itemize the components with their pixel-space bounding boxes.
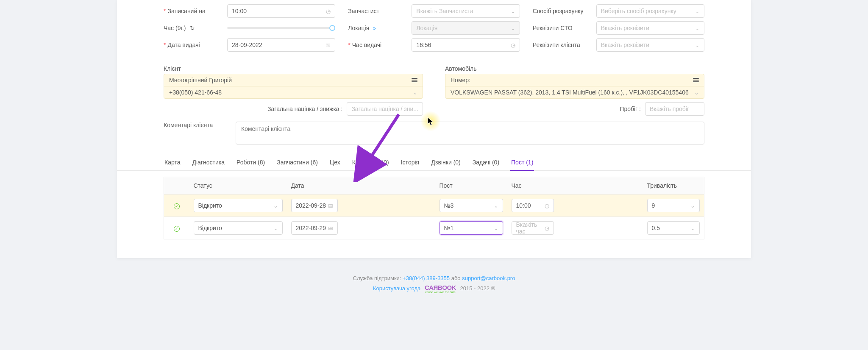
time-slider[interactable] [227, 27, 335, 29]
sto-req-label: Реквізити СТО [533, 25, 596, 31]
parts-label: Запчастист [348, 8, 412, 14]
chevron-down-icon: ⌄ [690, 203, 695, 209]
duration-select[interactable]: 9 ⌄ [647, 199, 700, 212]
tab-calls[interactable]: Дзвінки (0) [430, 155, 462, 170]
chevron-down-icon: ⌄ [511, 25, 515, 31]
time-input[interactable]: 10:00 ◷ [512, 199, 554, 212]
menu-icon[interactable] [412, 78, 417, 82]
client-req-select[interactable]: Вкажіть реквізити ⌄ [596, 38, 704, 52]
refresh-icon[interactable]: ↻ [190, 25, 195, 31]
location-link-icon[interactable]: » [373, 25, 376, 31]
check-icon[interactable]: ✓ [174, 203, 180, 209]
brand-logo: CAЯBOOK [425, 284, 456, 291]
tab-diagnostics[interactable]: Діагностика [191, 155, 225, 170]
issue-time-label: *Час видачі [348, 42, 412, 48]
time-input[interactable]: Вкажіть час ◷ [512, 221, 554, 235]
tab-tasks[interactable]: Задачі (0) [472, 155, 500, 170]
parts-select[interactable]: Вкажіть Запчастиста ⌄ [412, 4, 520, 18]
chevron-down-icon: ⌄ [494, 203, 498, 209]
scheduled-label: *Записаний на [164, 8, 227, 14]
col-status: Статус [189, 177, 287, 194]
client-section-label: Клієнт [164, 65, 423, 72]
chevron-down-icon: ⌄ [690, 225, 695, 231]
clock-icon: ◷ [326, 8, 331, 14]
status-select[interactable]: Відкрито ⌄ [194, 221, 283, 235]
calendar-icon: 📅︎ [325, 42, 331, 48]
chevron-down-icon: ⌄ [695, 8, 700, 14]
issue-date-input[interactable]: 28-09-2022 📅︎ [227, 38, 335, 52]
chevron-down-icon: ⌄ [413, 89, 417, 96]
vehicle-section-label: Автомобіль [445, 65, 704, 72]
vehicle-desc[interactable]: VOLKSWAGEN PASSAT (362), 2013, 1.4 TSI M… [451, 89, 689, 96]
mileage-input[interactable]: Вкажіть пробіг [645, 102, 704, 116]
page-footer: Служба підтримки: +38(044) 389-3355 або … [0, 258, 868, 302]
table-row: ✓ Відкрито ⌄ 2022-09-29 📅︎ [164, 217, 704, 239]
issue-date-label: *Дата видачі [164, 42, 227, 48]
post-select[interactable]: №3 ⌄ [440, 199, 503, 212]
support-phone-link[interactable]: +38(044) 389-3355 [403, 275, 450, 281]
scheduled-input[interactable]: 10:00 ◷ [227, 4, 335, 18]
comments-label: Коментарі клієнта [164, 122, 227, 128]
tab-karta[interactable]: Карта [164, 155, 181, 170]
chevron-down-icon: ⌄ [511, 8, 515, 14]
calendar-icon: 📅︎ [328, 203, 333, 209]
duration-select[interactable]: 0.5 ⌄ [647, 221, 700, 235]
chevron-down-icon: ⌄ [273, 225, 278, 231]
payment-label: Спосіб розрахунку [533, 8, 596, 14]
post-select[interactable]: №1 ⌄ [440, 221, 503, 235]
sto-req-select[interactable]: Вкажіть реквізити ⌄ [596, 21, 704, 35]
location-select[interactable]: Локація ⌄ [412, 21, 520, 35]
clock-icon: ◷ [545, 225, 549, 231]
slider-handle[interactable] [329, 25, 335, 31]
mileage-label: Пробіг : [620, 106, 641, 112]
tab-parts[interactable]: Запчастини (6) [276, 155, 319, 170]
col-duration: Тривалість [643, 177, 704, 194]
chevron-down-icon: ⌄ [273, 203, 278, 209]
chevron-down-icon: ⌄ [695, 42, 700, 48]
clock-icon: ◷ [545, 203, 549, 209]
support-email-link[interactable]: support@carbook.pro [462, 275, 515, 281]
date-input[interactable]: 2022-09-29 📅︎ [291, 221, 338, 235]
chevron-down-icon: ⌄ [694, 89, 699, 96]
menu-icon[interactable] [693, 78, 699, 82]
status-select[interactable]: Відкрито ⌄ [194, 199, 283, 212]
check-icon[interactable]: ✓ [174, 226, 180, 232]
date-input[interactable]: 2022-09-28 📅︎ [291, 199, 338, 212]
col-post: Пост [435, 177, 507, 194]
calendar-icon: 📅︎ [328, 225, 333, 231]
agreement-link[interactable]: Користувача угода [373, 285, 420, 292]
payment-select[interactable]: Виберіть спосіб розрахунку ⌄ [596, 4, 704, 18]
svg-line-0 [363, 114, 399, 169]
tab-works[interactable]: Роботи (8) [236, 155, 266, 170]
chevron-down-icon: ⌄ [695, 25, 700, 31]
arrow-annotation [350, 110, 405, 182]
issue-time-input[interactable]: 16:56 ◷ [412, 38, 520, 52]
client-req-label: Реквізити клієнта [533, 42, 596, 48]
table-row: ✓ Відкрито ⌄ 2022-09-28 📅︎ [164, 194, 704, 217]
chevron-down-icon: ⌄ [494, 225, 498, 231]
col-time: Час [507, 177, 643, 194]
registered-icon: ® [491, 285, 495, 292]
tab-post[interactable]: Пост (1) [510, 155, 534, 171]
client-phone[interactable]: +38(050) 421-66-48 [169, 89, 222, 96]
time-label: Час (9г.) ↻ [164, 25, 227, 31]
markup-label: Загальна націнка / знижка : [267, 106, 342, 112]
post-table: Статус Дата Пост Час Тривалість ✓ Відкри… [164, 177, 704, 239]
comments-textarea[interactable] [236, 122, 704, 144]
client-name[interactable]: Многогрішний Григорій [169, 77, 232, 83]
vehicle-number-label: Номер: [451, 77, 470, 83]
location-label: Локація » [348, 25, 412, 31]
tab-shop[interactable]: Цех [329, 155, 341, 170]
clock-icon: ◷ [511, 42, 515, 48]
